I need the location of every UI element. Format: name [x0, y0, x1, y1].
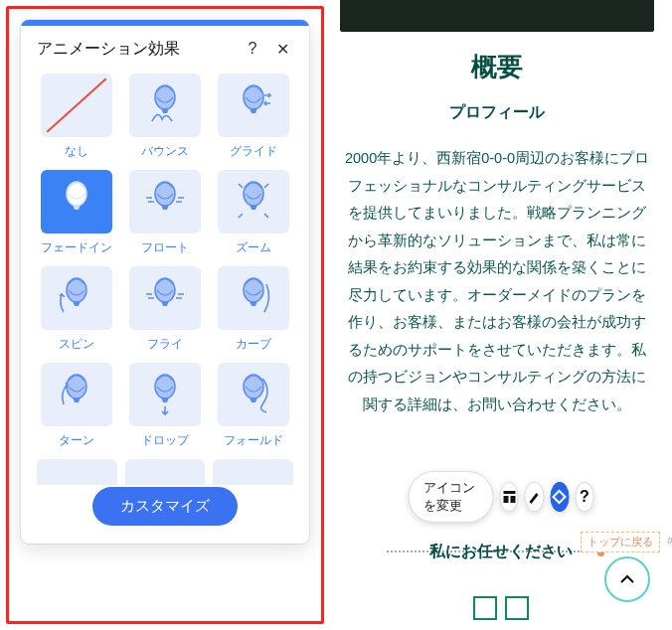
page-preview: 概要 プロフィール 2000年より、西新宿0-0-0周辺のお客様にプロフェッショ… — [330, 0, 672, 630]
balloon-icon — [144, 274, 186, 322]
customize-row: カスタマイズ — [21, 481, 309, 544]
balloon-icon — [233, 371, 274, 418]
svg-point-8 — [67, 375, 86, 398]
icon-placeholder[interactable] — [473, 596, 497, 620]
animation-panel-area: アニメーション効果 ? ✕ なし バウンス グライド フェードイン フロート — [0, 0, 330, 630]
svg-point-4 — [244, 182, 263, 206]
animation-tile-label: スピン — [59, 336, 94, 353]
animation-tile-button-none[interactable] — [41, 74, 112, 137]
svg-point-1 — [244, 85, 263, 109]
balloon-icon — [144, 371, 186, 418]
animation-tile-label: フォールド — [224, 432, 283, 449]
animation-tile-none: なし — [37, 74, 117, 160]
animation-tile-turn: ターン — [37, 363, 117, 449]
animation-tile-button-glide[interactable] — [218, 74, 289, 137]
diamond-icon — [552, 489, 568, 505]
animation-tile-button-fly[interactable] — [129, 266, 201, 330]
animation-tile-label: グライド — [230, 143, 277, 160]
svg-point-2 — [67, 182, 86, 206]
animation-tile-button-turn[interactable] — [41, 363, 112, 426]
animation-tile-label: ドロップ — [141, 432, 189, 449]
animation-panel: アニメーション効果 ? ✕ なし バウンス グライド フェードイン フロート — [21, 20, 309, 544]
icon-placeholders — [473, 596, 529, 620]
animation-tile-fly: フライ — [125, 266, 206, 353]
chevron-up-icon — [618, 570, 636, 588]
balloon-icon — [233, 274, 274, 322]
animation-button[interactable] — [550, 482, 569, 512]
svg-point-10 — [244, 375, 263, 398]
svg-point-6 — [155, 278, 175, 302]
animation-tile-fadein: フェードイン — [37, 170, 117, 256]
icon-placeholder[interactable] — [505, 596, 529, 620]
animation-tile-label: なし — [65, 143, 88, 160]
balloon-icon — [233, 81, 274, 129]
animation-tile-button-spin[interactable] — [41, 266, 112, 330]
svg-point-3 — [155, 182, 175, 206]
svg-rect-11 — [503, 491, 515, 494]
animation-tile-button-curve[interactable] — [218, 266, 289, 330]
balloon-icon — [56, 274, 97, 322]
animation-tile-bounce: バウンス — [125, 74, 206, 160]
section-body: 2000年より、西新宿0-0-0周辺のお客様にプロフェッショナルなコンサルティン… — [340, 145, 654, 418]
balloon-icon — [233, 178, 274, 226]
customize-button[interactable]: カスタマイズ — [92, 487, 238, 526]
close-button[interactable]: ✕ — [271, 38, 293, 60]
layout-button[interactable] — [500, 482, 519, 512]
svg-point-0 — [155, 85, 175, 109]
animation-tile-button-float[interactable] — [129, 170, 201, 234]
animation-tile-label: バウンス — [141, 143, 189, 160]
animation-tile-curve: カーブ — [213, 266, 293, 353]
balloon-icon — [144, 81, 186, 129]
help-icon-button[interactable]: ? — [575, 482, 593, 512]
animation-tile-label: ターン — [59, 432, 94, 449]
animation-tile-label: ズーム — [236, 239, 271, 256]
help-button[interactable]: ? — [242, 38, 263, 60]
animation-tile-label: フェードイン — [41, 239, 112, 256]
svg-rect-12 — [503, 496, 508, 503]
section-heading: 概要 — [340, 50, 654, 84]
balloon-icon — [56, 178, 97, 226]
question-icon: ? — [580, 488, 589, 506]
animation-tile-zoom: ズーム — [213, 170, 293, 256]
content-section: 概要 プロフィール 2000年より、西新宿0-0-0周辺のお客様にプロフェッショ… — [340, 50, 654, 418]
balloon-icon — [144, 178, 186, 226]
layout-icon — [502, 490, 516, 504]
element-toolbar: アイコンを変更 ? — [409, 471, 594, 523]
design-button[interactable] — [525, 482, 544, 512]
hero-image — [340, 0, 654, 32]
svg-rect-13 — [510, 496, 515, 503]
balloon-icon — [56, 371, 97, 418]
section-subheading: プロフィール — [340, 102, 654, 123]
none-icon — [47, 78, 107, 132]
animation-tile-fold: フォールド — [213, 363, 293, 449]
animation-tile-label: フロート — [141, 239, 189, 256]
animation-tile-button-drop[interactable] — [129, 363, 201, 426]
animation-tile-button-bounce[interactable] — [129, 74, 201, 137]
animation-grid: なし バウンス グライド フェードイン フロート ズーム スピン — [21, 74, 309, 459]
change-icon-button[interactable]: アイコンを変更 — [409, 471, 494, 523]
animation-tile-drop: ドロップ — [125, 363, 206, 449]
animation-tile-spin: スピン — [37, 266, 117, 353]
animation-tile-label: フライ — [147, 336, 183, 353]
animation-tile-button-fadein[interactable] — [41, 170, 112, 234]
animation-tile-float: フロート — [125, 170, 206, 256]
svg-point-5 — [67, 278, 86, 302]
animation-tile-label: カーブ — [236, 336, 271, 353]
svg-point-7 — [244, 278, 263, 302]
panel-header: アニメーション効果 ? ✕ — [21, 26, 309, 74]
svg-point-9 — [155, 375, 175, 398]
animation-tile-glide: グライド — [213, 74, 293, 160]
brush-icon — [527, 490, 541, 504]
back-to-top-button[interactable] — [604, 556, 650, 602]
back-to-top-label[interactable]: トップに戻る — [581, 532, 660, 552]
panel-title: アニメーション効果 — [37, 39, 234, 60]
animation-tile-button-zoom[interactable] — [218, 170, 289, 234]
animation-tile-button-fold[interactable] — [218, 363, 289, 426]
